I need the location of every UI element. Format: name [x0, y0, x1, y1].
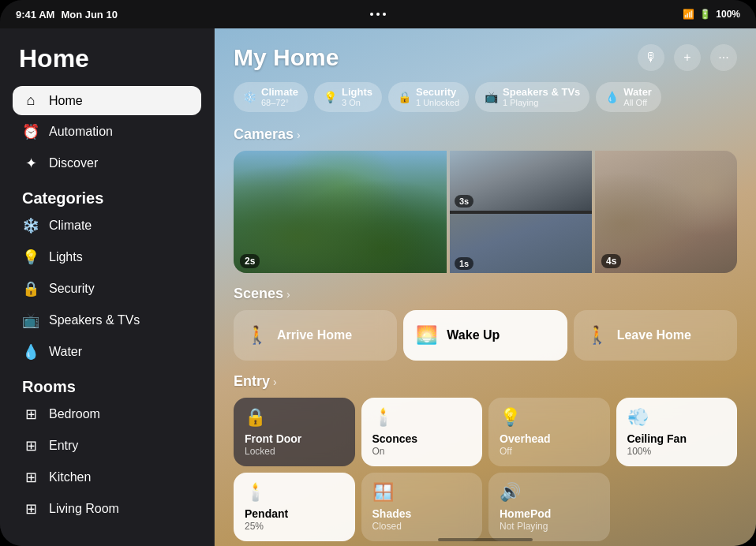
more-icon: ··· [718, 50, 728, 65]
discover-icon: ✦ [22, 155, 39, 172]
scenes-section-label: Scenes [234, 286, 283, 302]
device-pendant[interactable]: 🕯️ Pendant 25% [234, 473, 355, 541]
scene-arrive-home[interactable]: 🚶 Arrive Home [234, 310, 397, 361]
add-icon: + [683, 50, 691, 65]
sidebar-security-label: Security [49, 282, 95, 296]
header-actions: 🎙 + ··· [638, 44, 737, 71]
sidebar-climate-label: Climate [49, 219, 92, 233]
waveform-icon: 🎙 [645, 50, 657, 65]
wake-up-label: Wake Up [447, 328, 500, 342]
sidebar-item-speakers[interactable]: 📺 Speakers & TVs [13, 305, 201, 335]
scene-leave-home[interactable]: 🚶 Leave Home [574, 310, 737, 361]
climate-icon: ❄️ [22, 217, 39, 234]
device-homepod[interactable]: 🔊 HomePod Not Playing [488, 473, 610, 541]
sidebar-item-discover[interactable]: ✦ Discover [13, 148, 201, 178]
sidebar-item-automation[interactable]: ⏰ Automation [13, 117, 201, 147]
security-icon: 🔒 [22, 280, 39, 297]
camera-time-3: 1s [455, 257, 473, 270]
lights-icon: 💡 [22, 249, 39, 266]
chip-climate-label: Climate [261, 87, 298, 98]
chip-speakers-sub: 1 Playing [503, 98, 580, 107]
sidebar-title: Home [13, 44, 201, 73]
front-door-text: Front Door Locked [245, 432, 344, 457]
sidebar-item-climate[interactable]: ❄️ Climate [13, 211, 201, 241]
homepod-text: HomePod Not Playing [500, 507, 599, 532]
chip-climate-icon: ❄️ [243, 91, 256, 103]
sidebar: Home ⌂ Home ⏰ Automation ✦ Discover Cate… [0, 28, 215, 546]
chip-water[interactable]: 💧 Water All Off [596, 82, 661, 112]
sidebar-speakers-label: Speakers & TVs [49, 313, 140, 327]
ceiling-fan-icon: 💨 [627, 407, 727, 428]
status-date: Mon Jun 10 [61, 9, 118, 21]
dot-3 [383, 13, 386, 16]
device-ceiling-fan[interactable]: 💨 Ceiling Fan 100% [616, 398, 738, 466]
add-button[interactable]: + [674, 44, 701, 71]
rooms-section-title: Rooms [13, 368, 201, 399]
cameras-section-header[interactable]: Cameras › [234, 126, 737, 143]
chip-water-label: Water [623, 87, 652, 98]
arrive-home-icon: 🚶 [246, 325, 268, 346]
sidebar-item-water[interactable]: 💧 Water [13, 337, 201, 367]
device-sconces[interactable]: 🕯️ Sconces On [361, 398, 483, 466]
status-time: 9:41 AM [16, 9, 54, 21]
sidebar-bedroom-label: Bedroom [49, 407, 100, 421]
chip-speakers[interactable]: 📺 Speakers & TVs 1 Playing [475, 82, 589, 112]
sconces-icon: 🕯️ [372, 407, 472, 428]
shades-label: Shades [372, 507, 472, 521]
leave-home-icon: 🚶 [586, 325, 608, 346]
sconces-sub: On [372, 446, 472, 457]
scenes-grid: 🚶 Arrive Home 🌅 Wake Up 🚶 Leave Home [234, 310, 737, 361]
chip-speakers-text: Speakers & TVs 1 Playing [503, 87, 580, 107]
chip-climate-sub: 68–72° [261, 98, 298, 107]
arrive-home-label: Arrive Home [277, 328, 352, 342]
entry-grid: 🔒 Front Door Locked 🕯️ Sconces On [234, 398, 737, 541]
sidebar-item-security[interactable]: 🔒 Security [13, 274, 201, 304]
chip-security[interactable]: 🔒 Security 1 Unlocked [388, 82, 469, 112]
sidebar-item-living-room[interactable]: ⊞ Living Room [13, 494, 201, 524]
overhead-sub: Off [500, 446, 599, 457]
chip-security-label: Security [416, 87, 459, 98]
entry-section-label: Entry [234, 373, 270, 390]
home-indicator [438, 538, 533, 541]
shades-text: Shades Closed [372, 507, 472, 532]
device-shades[interactable]: 🪟 Shades Closed [361, 473, 483, 541]
speakers-icon: 📺 [22, 312, 39, 329]
sidebar-item-bedroom[interactable]: ⊞ Bedroom [13, 399, 201, 429]
sidebar-discover-label: Discover [49, 156, 98, 170]
home-icon: ⌂ [22, 92, 39, 109]
chip-lights[interactable]: 💡 Lights 3 On [314, 82, 382, 112]
status-bar-right: 📶 🔋 100% [683, 9, 740, 20]
front-door-label: Front Door [245, 432, 344, 446]
leave-home-label: Leave Home [617, 328, 691, 342]
scenes-section-header[interactable]: Scenes › [234, 286, 737, 302]
camera-feed-2[interactable]: 3s 1s [450, 151, 592, 273]
sconces-text: Sconces On [372, 432, 472, 457]
entry-icon: ⊞ [22, 437, 39, 454]
entry-chevron: › [273, 376, 277, 388]
cameras-section-label: Cameras [234, 126, 294, 143]
sconces-label: Sconces [372, 432, 472, 446]
scene-wake-up[interactable]: 🌅 Wake Up [403, 310, 567, 361]
entry-section-header[interactable]: Entry › [234, 373, 737, 390]
homepod-label: HomePod [500, 507, 599, 521]
more-button[interactable]: ··· [710, 44, 737, 71]
sidebar-kitchen-label: Kitchen [49, 470, 91, 484]
sidebar-item-kitchen[interactable]: ⊞ Kitchen [13, 462, 201, 492]
shades-sub: Closed [372, 521, 472, 532]
device-overhead[interactable]: 💡 Overhead Off [488, 398, 610, 466]
ipad-frame: 9:41 AM Mon Jun 10 📶 🔋 100% Home ⌂ Home … [0, 0, 756, 546]
water-icon: 💧 [22, 343, 39, 361]
waveform-button[interactable]: 🎙 [638, 44, 664, 71]
sidebar-item-entry[interactable]: ⊞ Entry [13, 431, 201, 461]
chip-climate[interactable]: ❄️ Climate 68–72° [234, 82, 308, 112]
device-front-door[interactable]: 🔒 Front Door Locked [234, 398, 355, 466]
scenes-chevron: › [286, 288, 290, 301]
camera-feed-3[interactable]: 4s [595, 151, 737, 273]
sidebar-living-room-label: Living Room [49, 502, 119, 516]
sidebar-item-lights[interactable]: 💡 Lights [13, 242, 201, 272]
camera-feed-1[interactable]: 2s [234, 151, 447, 273]
sidebar-item-home[interactable]: ⌂ Home [13, 86, 201, 115]
ceiling-fan-text: Ceiling Fan 100% [627, 432, 727, 457]
chip-lights-text: Lights 3 On [342, 87, 372, 107]
sidebar-lights-label: Lights [49, 250, 83, 264]
